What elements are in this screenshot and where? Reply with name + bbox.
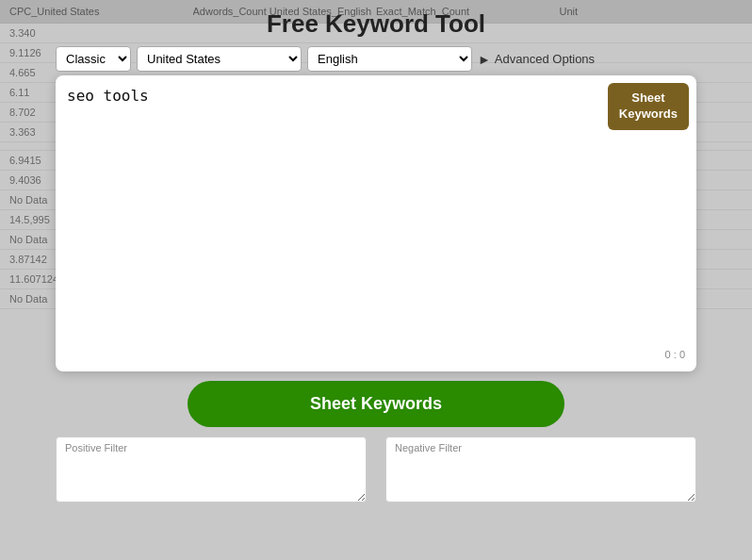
language-select[interactable]: English bbox=[307, 46, 472, 72]
positive-filter-label: Positive Filter bbox=[65, 442, 127, 453]
keyword-input-card: seo tools X SheetKeywords 0 : 0 bbox=[56, 75, 696, 371]
sheet-keywords-top-button[interactable]: SheetKeywords bbox=[608, 83, 689, 130]
mode-select[interactable]: Classic bbox=[56, 46, 131, 72]
char-count: 0 : 0 bbox=[67, 349, 685, 360]
advanced-options-label: Advanced Options bbox=[495, 52, 595, 66]
arrow-right-icon: ► bbox=[478, 52, 491, 67]
negative-filter-box: Negative Filter bbox=[385, 436, 696, 506]
country-select[interactable]: United States bbox=[137, 46, 302, 72]
advanced-options-toggle[interactable]: ► Advanced Options bbox=[478, 52, 595, 67]
page-title: Free Keyword Tool bbox=[267, 9, 485, 39]
sheet-keywords-main-button[interactable]: Sheet Keywords bbox=[188, 381, 564, 427]
keyword-textarea[interactable]: seo tools bbox=[67, 87, 685, 341]
filter-row: Positive Filter Negative Filter bbox=[56, 436, 696, 506]
toolbar: Classic United States English ► Advanced… bbox=[56, 46, 696, 72]
negative-filter-label: Negative Filter bbox=[395, 442, 462, 453]
modal-overlay: Free Keyword Tool Classic United States … bbox=[0, 0, 752, 560]
positive-filter-box: Positive Filter bbox=[56, 436, 367, 506]
